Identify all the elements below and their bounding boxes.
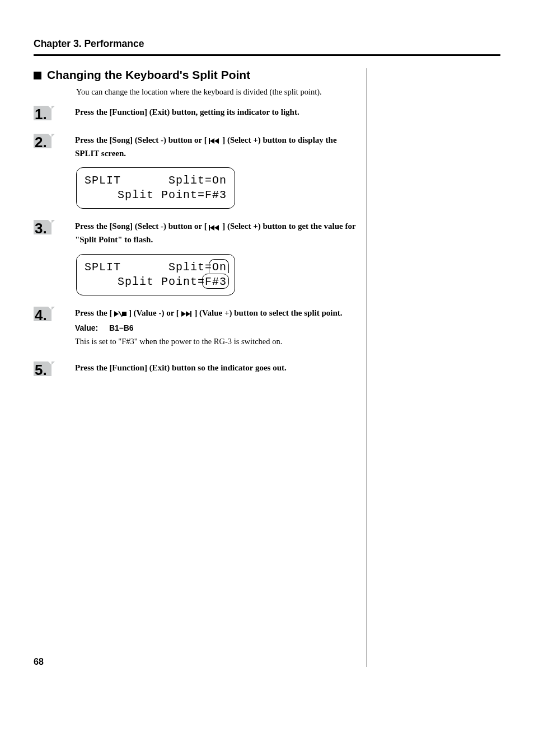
step-4-text-c: ] (Value +) button to select the split p…: [194, 308, 342, 317]
section-heading: Changing the Keyboard's Split Point: [34, 68, 357, 82]
value-range: B1–B6: [109, 323, 134, 332]
step-number: 1.: [35, 107, 47, 121]
highlight-f3: [202, 274, 229, 289]
prev-track-icon: [209, 134, 220, 147]
step-2-text-a: Press the [Song] (Select -) button or [: [75, 135, 207, 144]
svg-marker-6: [114, 311, 119, 317]
main-content: Changing the Keyboard's Split Point You …: [34, 68, 367, 667]
divider: [34, 54, 500, 56]
step-number: 5.: [35, 363, 47, 377]
lcd2-left: SPLIT: [85, 260, 121, 275]
svg-marker-9: [181, 311, 186, 317]
step-5: 5. Press the [Function] (Exit) button so…: [34, 361, 357, 376]
svg-rect-3: [209, 225, 210, 231]
svg-marker-1: [210, 138, 214, 144]
svg-marker-5: [214, 225, 219, 231]
prev-track-icon: [209, 221, 220, 234]
lcd-display-1: SPLIT Split=On Split Point=F#3: [76, 167, 235, 209]
step-number: 3.: [35, 221, 47, 236]
lcd1-line2: Split Point=F#3: [85, 188, 227, 203]
step-number: 2.: [35, 135, 47, 149]
svg-marker-2: [214, 138, 219, 144]
svg-marker-10: [186, 311, 190, 317]
chapter-title: Chapter 3. Performance: [34, 38, 500, 50]
svg-rect-8: [122, 312, 127, 316]
highlight-on: [209, 259, 229, 273]
step-number: 4.: [35, 308, 47, 322]
step-number-badge: 5.: [34, 361, 57, 376]
next-track-icon: [181, 307, 193, 320]
step-1-text: Press the [Function] (Exit) button, gett…: [75, 107, 299, 116]
step-4-text-b: ] (Value -) or [: [129, 308, 179, 317]
step-number-badge: 3.: [34, 220, 57, 234]
lcd1-right: Split=On: [168, 173, 227, 188]
step-4-note: This is set to "F#3" when the power to t…: [75, 336, 357, 348]
svg-rect-0: [209, 138, 210, 144]
section-title: Changing the Keyboard's Split Point: [47, 68, 250, 82]
svg-marker-4: [210, 225, 214, 231]
lcd-display-2: SPLIT Split=On Split Point=F#3: [76, 254, 235, 295]
step-3: 3. Press the [Song] (Select -) button or…: [34, 220, 357, 246]
step-4-text-a: Press the [: [75, 308, 112, 317]
value-label: Value:: [75, 323, 98, 332]
page-number: 68: [34, 657, 44, 667]
intro-text: You can change the location where the ke…: [76, 87, 357, 97]
svg-line-7: [119, 311, 122, 317]
play-stop-icon: [114, 307, 127, 320]
side-column: [367, 68, 500, 667]
lcd1-left: SPLIT: [85, 173, 121, 188]
step-number-badge: 4.: [34, 307, 57, 321]
bullet-square-icon: [34, 72, 41, 79]
step-2: 2. Press the [Song] (Select -) button or…: [34, 134, 357, 159]
step-4: 4. Press the [ ] (Value -) or [ ] (Value…: [34, 307, 357, 348]
svg-rect-11: [190, 311, 191, 317]
step-5-text: Press the [Function] (Exit) button so th…: [75, 363, 287, 372]
step-number-badge: 2.: [34, 134, 57, 148]
step-1: 1. Press the [Function] (Exit) button, g…: [34, 106, 357, 120]
step-number-badge: 1.: [34, 106, 57, 120]
step-3-text-a: Press the [Song] (Select -) button or [: [75, 222, 207, 231]
